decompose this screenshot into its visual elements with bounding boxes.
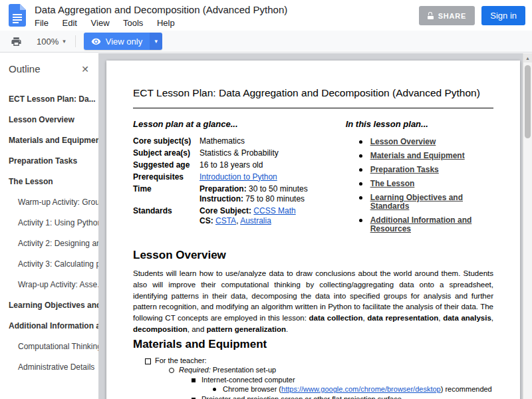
signin-button[interactable]: Sign in (481, 6, 525, 25)
ct-concept: data analysis (443, 314, 491, 322)
time-instr-label: Instruction: (200, 194, 243, 203)
outline-item[interactable]: Computational Thinking... (0, 336, 98, 357)
toc-link-materials[interactable]: Materials and Equipment (370, 151, 465, 160)
list-item-text: Chrome browser ( (223, 385, 281, 393)
outline-item[interactable]: Activity 3: Calculating p... (0, 254, 98, 275)
view-only-main: View only (84, 33, 150, 50)
ct-concept: pattern generalization (207, 325, 287, 333)
menu-tools[interactable]: Tools (123, 18, 143, 28)
list-item: Learning Objectives and Standards (359, 194, 493, 211)
outline-item[interactable]: Activity 1: Using Python... (0, 213, 98, 233)
list-item: Lesson Overview (359, 138, 493, 146)
close-icon[interactable]: ✕ (81, 64, 89, 74)
vertical-scrollbar[interactable]: ▲ (523, 53, 532, 399)
glance-label: Time (133, 183, 200, 205)
menu-help[interactable]: Help (157, 18, 175, 28)
glance-column: Lesson plan at a glance... Core subject(… (133, 119, 340, 239)
outline-item[interactable]: Administrative Details (0, 357, 98, 378)
share-button[interactable]: SHARE (419, 6, 475, 25)
zoom-select[interactable]: 100% ▾ (33, 34, 70, 49)
glance-value: Core Subject: CCSS Math CS: CSTA, Austra… (200, 205, 308, 227)
title-divider (133, 108, 493, 108)
list-item: Additional Information and Resources (359, 216, 493, 233)
time-instr-value: 75 to 80 minutes (243, 194, 305, 203)
outline-item[interactable]: Additional Information a... (0, 316, 98, 336)
prerequisites-link[interactable]: Introduction to Python (200, 172, 277, 182)
document-canvas: ECT Lesson Plan: Data Aggregation and De… (98, 53, 523, 399)
outline-item[interactable]: Preparation Tasks (0, 151, 98, 172)
table-row: Prerequisites Introduction to Python (133, 171, 308, 183)
time-prep-label: Preparation: (200, 184, 247, 194)
view-only-dropdown[interactable]: ▾ (150, 33, 162, 50)
materials-list: For the teacher: Required: Presentation … (133, 356, 493, 399)
australia-link[interactable]: Australia (240, 216, 271, 225)
chrome-link[interactable]: https://www.google.com/chrome/browser/de… (281, 385, 441, 393)
toc-link-the-lesson[interactable]: The Lesson (370, 179, 415, 188)
outline-item[interactable]: The Lesson (0, 172, 98, 192)
outline-items: ECT Lesson Plan: Da... Lesson Overview M… (0, 89, 98, 378)
csta-link[interactable]: CSTA (215, 216, 236, 225)
required-label: Required: (179, 366, 211, 374)
glance-label: Core subject(s) (133, 135, 200, 147)
toolbar: 100% ▾ View only ▾ (0, 31, 532, 53)
lesson-overview-paragraph: Students will learn how to use/analyze d… (133, 268, 493, 335)
ccss-math-link[interactable]: CCSS Math (253, 206, 295, 215)
print-icon-svg (11, 36, 22, 47)
docs-icon[interactable] (9, 4, 26, 27)
zoom-value: 100% (37, 37, 59, 47)
share-label: SHARE (438, 12, 467, 20)
table-row: Subject area(s) Statistics & Probability (133, 147, 308, 159)
ct-concept: decomposition (133, 325, 188, 333)
window-doc-title: Data Aggregation and Decomposition (Adva… (35, 4, 287, 15)
list-item-text: Presentation set-up (211, 366, 276, 374)
outline-title: Outline (9, 63, 41, 74)
view-only-button[interactable]: View only ▾ (84, 33, 162, 50)
glance-table: Core subject(s) Mathematics Subject area… (133, 135, 308, 227)
glance-label: Prerequisites (133, 171, 200, 183)
outline-item[interactable]: Activity 2: Designing an... (0, 233, 98, 254)
outline-item[interactable]: Lesson Overview (0, 110, 98, 130)
list-item: Required: Presentation set-up (133, 366, 493, 375)
outline-item[interactable]: Wrap-up Activity: Asse... (0, 275, 98, 295)
print-icon[interactable] (11, 36, 22, 47)
list-item-text: Internet-connected computer (201, 376, 295, 384)
menu-file[interactable]: File (35, 18, 49, 28)
glance-value: 16 to 18 years old (200, 159, 308, 171)
lock-icon (428, 12, 434, 19)
outline-item[interactable]: Materials and Equipment (0, 130, 98, 151)
std-cs-label: CS: (200, 216, 215, 225)
list-item-text: ) recommended (441, 385, 492, 393)
outline-item[interactable]: Warm-up Activity: Grou... (0, 192, 98, 213)
toc-column: In this lesson plan... Lesson Overview M… (340, 119, 493, 239)
list-item: Chrome browser (https://www.google.com/c… (133, 385, 493, 394)
separator: , (491, 314, 493, 322)
list-item: Internet-connected computer (133, 376, 493, 385)
glance-value: Preparation: 30 to 50 minutes Instructio… (200, 183, 308, 205)
topbar: Data Aggregation and Decomposition (Adva… (0, 0, 532, 31)
toc-link-lesson-overview[interactable]: Lesson Overview (370, 137, 436, 146)
toc-link-preparation[interactable]: Preparation Tasks (370, 165, 439, 174)
eye-icon (91, 37, 101, 47)
glance-toc-section: Lesson plan at a glance... Core subject(… (133, 119, 493, 239)
table-row: Suggested age 16 to 18 years old (133, 159, 308, 171)
glance-heading: Lesson plan at a glance... (133, 119, 340, 129)
list-item: Preparation Tasks (359, 166, 493, 174)
outline-sidebar: Outline ✕ ECT Lesson Plan: Da... Lesson … (0, 53, 98, 399)
menubar: File Edit View Tools Help (35, 18, 287, 28)
scrollbar-thumb[interactable] (525, 65, 531, 138)
caret-down-icon: ▾ (154, 38, 158, 45)
glance-label: Suggested age (133, 159, 200, 171)
outline-item[interactable]: ECT Lesson Plan: Da... (0, 89, 98, 110)
menu-view[interactable]: View (91, 18, 110, 28)
toc-heading: In this lesson plan... (346, 119, 493, 129)
list-item: The Lesson (359, 180, 493, 188)
toc-link-additional-info[interactable]: Additional Information and Resources (370, 215, 472, 233)
menu-edit[interactable]: Edit (63, 18, 77, 28)
toc-link-objectives[interactable]: Learning Objectives and Standards (370, 193, 463, 211)
separator: . (286, 325, 288, 333)
page-title: ECT Lesson Plan: Data Aggregation and De… (133, 87, 493, 99)
outline-item[interactable]: Learning Objectives and... (0, 295, 98, 316)
separator: , and (188, 325, 207, 333)
docs-icon-svg (9, 4, 26, 27)
scroll-up-button[interactable]: ▲ (523, 53, 532, 63)
